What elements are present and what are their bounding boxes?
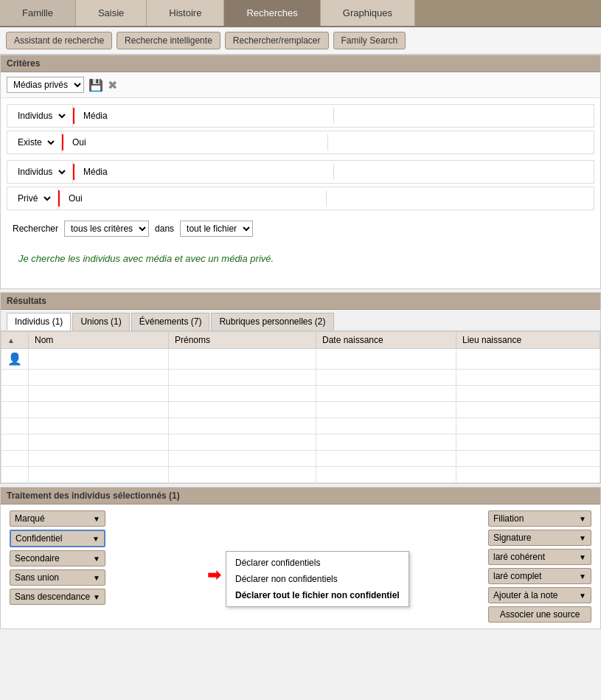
- criteria-row-1: Individus Média: [7, 104, 594, 128]
- results-tabs: Individus (1) Unions (1) Événements (7) …: [1, 310, 600, 331]
- declarer-confidentiels-item[interactable]: Déclarer confidentiels: [226, 555, 409, 571]
- tab-histoire[interactable]: Histoire: [147, 0, 224, 26]
- table-row[interactable]: 👤: [1, 349, 600, 370]
- row3-col1: Individus: [7, 161, 73, 183]
- marque-button[interactable]: Marqué ▼: [10, 510, 105, 527]
- criteria-header: Critères: [1, 55, 600, 72]
- row1-field-value: Média: [77, 111, 108, 121]
- row-lieu: [456, 349, 600, 370]
- criteria-section: Critères Médias privés 💾 ✖ Individus Méd…: [0, 55, 601, 289]
- tab-graphiques[interactable]: Graphiques: [321, 0, 415, 26]
- col-prenoms: Prénoms: [169, 332, 316, 349]
- row4-type-select[interactable]: Privé: [12, 190, 53, 207]
- row3-value-cell: [334, 169, 594, 175]
- chevron-down-icon: ▼: [93, 515, 100, 523]
- tab-famille[interactable]: Famille: [0, 0, 76, 26]
- red-line-2: [62, 134, 63, 150]
- table-row[interactable]: [1, 434, 600, 451]
- tab-recherches[interactable]: Recherches: [224, 0, 320, 26]
- row2-col1: Existe: [7, 131, 62, 153]
- signature-button[interactable]: Signature ▼: [488, 530, 591, 546]
- row3-type-select[interactable]: Individus: [12, 164, 68, 180]
- red-arrow: ➡: [207, 566, 220, 585]
- recherche-intelligente-button[interactable]: Recherche intelligente: [117, 32, 220, 49]
- row4-field-value: Oui: [63, 193, 83, 204]
- table-row[interactable]: [1, 451, 600, 467]
- chevron-down-icon: ▼: [93, 574, 100, 582]
- row2-field-cell: Oui: [62, 134, 328, 150]
- secondaire-button[interactable]: Secondaire ▼: [10, 550, 105, 566]
- filiation-button[interactable]: Filiation ▼: [488, 510, 591, 527]
- red-line-3: [73, 164, 74, 180]
- table-row[interactable]: [1, 370, 600, 386]
- row2-type-select[interactable]: Existe: [12, 134, 57, 150]
- row-date: [316, 349, 456, 370]
- treatment-right: Filiation ▼ Signature ▼ laré cohérent ▼ …: [488, 510, 591, 623]
- results-table: ▲ Nom Prénoms Date naissance Lieu naissa…: [1, 331, 600, 483]
- row2-field-value: Oui: [66, 137, 86, 148]
- results-tab-evenements[interactable]: Événements (7): [131, 313, 210, 330]
- family-search-button[interactable]: Family Search: [333, 32, 406, 49]
- row1-col1: Individus: [7, 105, 73, 127]
- col-nom: Nom: [29, 332, 169, 349]
- preset-select[interactable]: Médias privés: [7, 77, 84, 93]
- chevron-down-icon: ▼: [93, 593, 100, 601]
- sans-descendance-button[interactable]: Sans descendance ▼: [10, 589, 105, 605]
- criteria-group-2: Individus Média Privé Oui: [7, 160, 594, 210]
- criteria-group-1: Individus Média Existe Oui: [7, 104, 594, 154]
- confidentiel-button[interactable]: Confidentiel ▼: [10, 530, 105, 547]
- col-sort[interactable]: ▲: [1, 332, 29, 349]
- red-line-4: [58, 190, 60, 207]
- sans-union-button[interactable]: Sans union ▼: [10, 569, 105, 586]
- criteria-row-2: Existe Oui: [7, 131, 594, 154]
- results-tab-rubriques[interactable]: Rubriques personnelles (2): [211, 313, 333, 330]
- chevron-down-icon: ▼: [579, 515, 586, 523]
- declare-coherent-button[interactable]: laré cohérent ▼: [488, 549, 591, 565]
- results-header: Résultats: [1, 293, 600, 310]
- description-box: Je cherche les individus avec média et a…: [13, 247, 588, 277]
- table-row[interactable]: [1, 402, 600, 418]
- criteria-row-3: Individus Média: [7, 160, 594, 184]
- chevron-down-icon: ▼: [579, 534, 586, 542]
- results-tab-individus[interactable]: Individus (1): [7, 313, 71, 330]
- table-row[interactable]: [1, 418, 600, 434]
- col-date-naissance: Date naissance: [316, 332, 456, 349]
- save-icon[interactable]: 💾: [88, 78, 103, 92]
- treatment-left: Marqué ▼ Confidentiel ▼ Secondaire ▼ San…: [10, 510, 105, 605]
- results-tab-unions[interactable]: Unions (1): [72, 313, 129, 330]
- chevron-down-icon: ▼: [579, 553, 586, 561]
- treatment-section: Traitement des individus sélectionnés (1…: [0, 487, 601, 629]
- treatment-body: Marqué ▼ Confidentiel ▼ Secondaire ▼ San…: [1, 505, 600, 628]
- results-section: Résultats Individus (1) Unions (1) Événe…: [0, 292, 601, 484]
- in-option-select[interactable]: tout le fichier: [180, 221, 253, 237]
- ajouter-note-button[interactable]: Ajouter à la note ▼: [488, 587, 591, 603]
- rechercher-remplacer-button[interactable]: Rechercher/remplacer: [225, 32, 329, 49]
- row2-value-cell: [328, 139, 594, 145]
- row1-value-cell: [334, 113, 594, 119]
- row-nom: [29, 349, 169, 370]
- in-label: dans: [155, 223, 174, 234]
- col-lieu-naissance: Lieu naissance: [456, 332, 600, 349]
- confidentiel-dropdown: Déclarer confidentiels Déclarer non conf…: [226, 551, 409, 607]
- row-prenoms: [169, 349, 316, 370]
- treatment-header: Traitement des individus sélectionnés (1…: [1, 488, 600, 505]
- row-icon-cell: 👤: [1, 349, 29, 370]
- clear-icon[interactable]: ✖: [108, 78, 117, 92]
- search-criteria-select[interactable]: tous les critères: [64, 221, 149, 237]
- criteria-top: Médias privés 💾 ✖: [1, 72, 600, 98]
- tab-saisie[interactable]: Saisie: [76, 0, 147, 26]
- search-row: Rechercher tous les critères dans tout l…: [7, 216, 594, 241]
- declarer-non-confidentiels-item[interactable]: Déclarer non confidentiels: [226, 571, 409, 587]
- row3-field-cell: Média: [73, 164, 334, 180]
- red-line-1: [73, 108, 74, 124]
- assistant-recherche-button[interactable]: Assistant de recherche: [6, 32, 112, 49]
- criteria-body: Individus Média Existe Oui: [1, 98, 600, 288]
- table-row[interactable]: [1, 467, 600, 483]
- row1-type-select[interactable]: Individus: [12, 108, 68, 124]
- toolbar: Assistant de recherche Recherche intelli…: [0, 27, 601, 55]
- declare-complet-button[interactable]: laré complet ▼: [488, 568, 591, 584]
- table-row[interactable]: [1, 386, 600, 402]
- chevron-down-icon: ▼: [579, 572, 586, 581]
- associer-source-button[interactable]: Associer une source: [488, 606, 591, 623]
- declarer-tout-fichier-item[interactable]: Déclarer tout le fichier non confidentie…: [226, 587, 409, 603]
